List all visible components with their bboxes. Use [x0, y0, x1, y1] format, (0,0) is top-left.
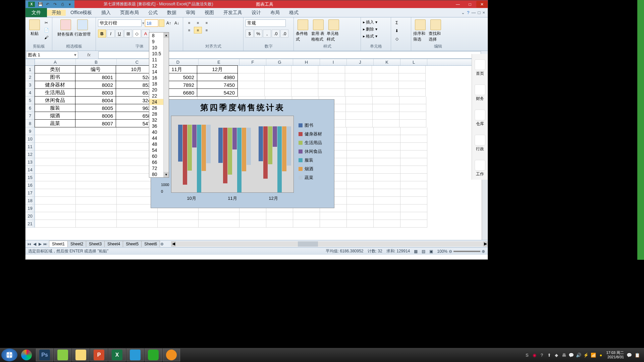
cell[interactable] — [347, 220, 374, 228]
row-header[interactable]: 17 — [25, 189, 35, 197]
cell[interactable] — [346, 112, 373, 120]
row-header[interactable]: 4 — [25, 89, 35, 97]
name-box[interactable]: 图表 1 — [26, 51, 78, 59]
ribbon-tab[interactable]: 公式 — [144, 10, 162, 16]
bold-button[interactable]: B — [98, 29, 106, 38]
cut-icon[interactable]: ✂ — [43, 19, 50, 26]
cell[interactable] — [347, 135, 374, 143]
undo-icon[interactable]: ↶ — [44, 1, 51, 7]
cell[interactable]: 8003 — [75, 88, 116, 97]
tray-network-icon[interactable]: 📶 — [591, 352, 596, 358]
cell[interactable] — [291, 66, 318, 73]
cell[interactable] — [400, 212, 427, 220]
scroll-up-icon[interactable]: ▲ — [164, 33, 169, 38]
row-header[interactable]: 18 — [25, 197, 35, 204]
row-header[interactable]: 16 — [25, 181, 35, 189]
cell[interactable] — [399, 73, 426, 81]
row-header[interactable]: 19 — [25, 204, 35, 212]
minimize-button[interactable]: — — [452, 1, 464, 8]
cell[interactable] — [345, 73, 372, 81]
cell[interactable] — [76, 127, 117, 135]
fill-color-button[interactable]: ◇ — [133, 29, 141, 38]
cell[interactable] — [35, 143, 76, 150]
cell[interactable] — [374, 143, 400, 150]
insert-cells-button[interactable]: ▸ 插入 ▾ — [363, 19, 377, 25]
column-header[interactable]: E — [199, 59, 239, 65]
cell[interactable] — [400, 181, 427, 189]
cell[interactable] — [35, 158, 76, 166]
cell[interactable] — [318, 66, 345, 73]
cell[interactable]: 休闲食品 — [35, 96, 75, 104]
cell[interactable] — [372, 81, 399, 89]
window-min-icon[interactable]: — — [472, 10, 476, 15]
column-header[interactable]: I — [320, 59, 347, 65]
view-layout-icon[interactable]: ▤ — [422, 249, 425, 254]
side-panel-item[interactable]: 仓库 — [472, 107, 488, 129]
cell[interactable]: 5420 — [197, 88, 238, 97]
cell[interactable] — [347, 204, 374, 212]
cell[interactable] — [347, 158, 374, 166]
cell[interactable] — [35, 174, 76, 181]
zoom-level[interactable]: 100% — [437, 249, 447, 254]
cell[interactable] — [199, 212, 239, 220]
format-cells-button[interactable]: ▸ 格式 ▾ — [363, 34, 377, 39]
tray-icon[interactable]: ⬆ — [546, 352, 552, 358]
fill-button[interactable]: ⬇ — [393, 27, 400, 34]
tray-icon[interactable]: ? — [539, 352, 544, 358]
tab-next-icon[interactable]: ▶ — [38, 242, 42, 246]
cell[interactable] — [374, 127, 400, 135]
cell[interactable] — [347, 181, 374, 189]
cell[interactable] — [399, 97, 426, 104]
number-format-select[interactable]: 常规 — [246, 19, 286, 27]
tray-icon[interactable]: S — [524, 352, 530, 358]
row-header[interactable]: 10 — [25, 135, 35, 143]
ribbon-tab[interactable]: Office模板 — [66, 10, 97, 16]
cell[interactable] — [293, 212, 320, 220]
ribbon-tab[interactable]: 开发工具 — [219, 10, 247, 16]
ribbon-tab[interactable]: 审阅 — [181, 10, 200, 16]
cell[interactable]: 7450 — [197, 81, 238, 89]
font-size-dropdown[interactable]: ▲ ▼ 891010.51112141618202224262832364044… — [149, 32, 169, 178]
cell[interactable] — [266, 212, 293, 220]
row-header[interactable]: 6 — [25, 104, 35, 112]
row-header[interactable]: 5 — [25, 97, 35, 104]
cell[interactable] — [347, 166, 374, 174]
save-icon[interactable]: 💾 — [37, 1, 44, 7]
cell[interactable] — [400, 143, 427, 150]
cell[interactable] — [320, 212, 347, 220]
cell[interactable] — [265, 81, 291, 89]
cell[interactable] — [238, 81, 265, 89]
cell[interactable] — [345, 81, 372, 89]
embedded-chart[interactable]: 第四季度销售统计表 0 1000 10月11月12月 图书健身器材生活用品休闲食… — [151, 99, 334, 208]
cell[interactable] — [35, 204, 76, 212]
increase-decimal-button[interactable]: .0 — [272, 29, 280, 38]
column-header[interactable]: A — [35, 59, 76, 65]
zoom-in-button[interactable]: ⊕ — [482, 249, 485, 254]
cell[interactable] — [399, 112, 426, 120]
cell[interactable] — [400, 158, 427, 166]
tray-icon[interactable]: 💬 — [569, 352, 574, 358]
cell[interactable] — [400, 150, 427, 158]
taskbar-app-9[interactable] — [163, 349, 180, 361]
column-header[interactable]: L — [400, 59, 427, 65]
cell[interactable] — [76, 135, 117, 143]
column-header[interactable]: H — [293, 59, 320, 65]
tray-icon[interactable]: ● — [598, 352, 603, 358]
cell[interactable] — [265, 73, 291, 81]
cell[interactable]: 8006 — [75, 112, 116, 120]
cell[interactable]: 图书 — [35, 73, 75, 81]
column-header[interactable]: J — [347, 59, 374, 65]
qat-btn[interactable]: ⎙ — [59, 1, 66, 7]
cell[interactable] — [117, 220, 158, 228]
cell[interactable] — [347, 212, 374, 220]
maximize-button[interactable]: □ — [464, 1, 476, 8]
cell[interactable] — [346, 120, 373, 127]
qat-dropdown-icon[interactable]: ▾ — [66, 1, 73, 7]
cell[interactable] — [374, 158, 400, 166]
tray-icon[interactable]: ⚡ — [583, 352, 589, 358]
cell[interactable]: 8007 — [75, 119, 116, 127]
cell[interactable] — [76, 143, 117, 150]
start-button[interactable] — [1, 349, 17, 361]
decrease-font-icon[interactable]: A↓ — [173, 20, 180, 26]
row-header[interactable]: 14 — [25, 166, 35, 174]
